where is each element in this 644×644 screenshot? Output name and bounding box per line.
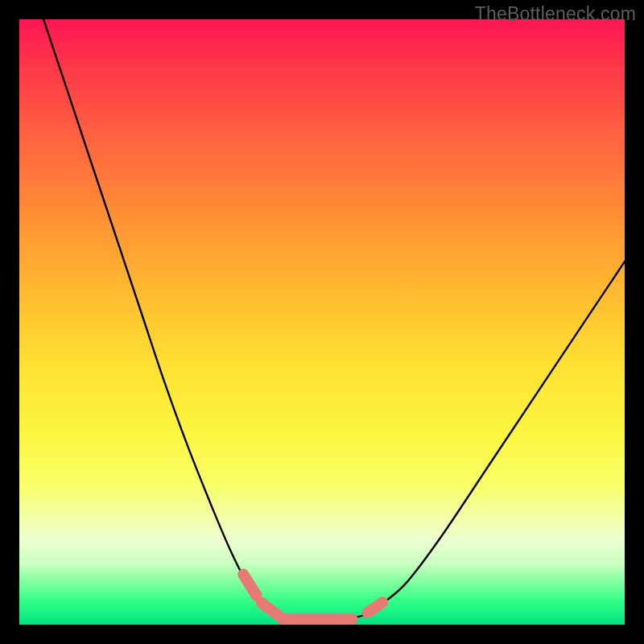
curve-layer (19, 19, 625, 625)
plot-area (19, 19, 625, 625)
bottleneck-curve (43, 19, 625, 619)
marker-group (243, 575, 382, 620)
watermark-text: TheBottleneck.com (475, 3, 636, 25)
marker-left-upper (243, 575, 257, 596)
marker-right (367, 602, 382, 613)
outer-frame: TheBottleneck.com (0, 0, 644, 644)
marker-left-lower (262, 603, 283, 619)
